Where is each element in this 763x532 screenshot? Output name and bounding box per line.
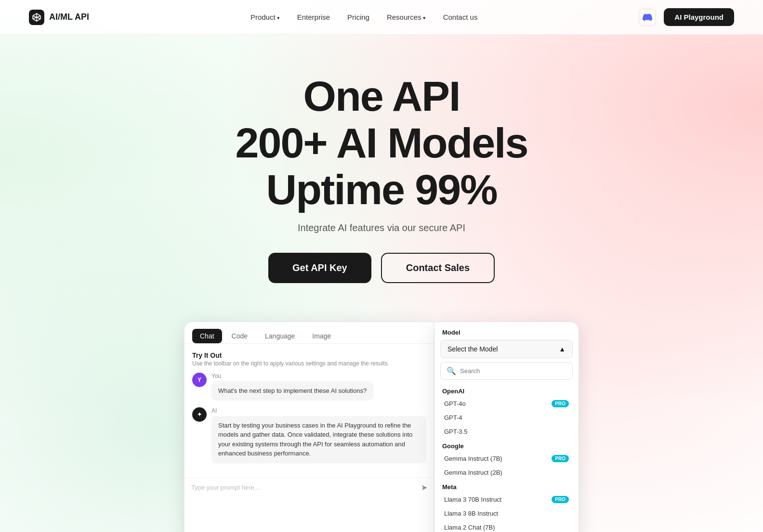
hero-line3: Uptime 99% <box>266 166 497 213</box>
contact-sales-button[interactable]: Contact Sales <box>381 253 495 283</box>
nav-item-product[interactable]: Product <box>250 13 280 22</box>
pro-badge-gemma7b: PRO <box>552 455 569 462</box>
group-google: Google <box>440 439 573 452</box>
user-message: Y You What's the next step to implement … <box>192 373 426 401</box>
chat-body: Try It Out Use the toolbar on the right … <box>184 344 434 478</box>
model-list: OpenAI GPT-4o PRO GPT-4 GPT-3.5 Google G… <box>434 384 579 532</box>
tab-image[interactable]: Image <box>304 329 339 343</box>
try-it-out-desc: Use the toolbar on the right to apply va… <box>192 360 426 367</box>
nav-right: AI Playground <box>639 8 734 26</box>
chat-widget: Chat Code Language Image Try It Out Use … <box>184 322 434 532</box>
chat-input-placeholder: Type your prompt here... <box>191 484 260 491</box>
model-name-gpt4o: GPT-4o <box>444 400 466 407</box>
user-message-content: You What's the next step to implement th… <box>211 373 373 401</box>
hero-subtitle: Integrate AI features via our secure API <box>10 222 753 234</box>
logo[interactable]: AI/ML API <box>29 10 89 25</box>
model-gemma7b[interactable]: Gemma Instruct (7B) PRO <box>440 452 573 466</box>
hero-heading: One API 200+ AI Models Uptime 99% <box>10 73 753 213</box>
ai-message-text: Start by testing your business cases in … <box>211 416 426 463</box>
tab-chat[interactable]: Chat <box>192 329 222 343</box>
model-search-input[interactable] <box>460 367 566 375</box>
model-gemma2b[interactable]: Gemma Instruct (2B) <box>440 466 573 480</box>
model-llama3-8b[interactable]: Llama 3 8B Instruct <box>440 506 573 520</box>
navbar: AI/ML API Product Enterprise Pricing Res… <box>0 0 763 35</box>
model-name-gemma7b: Gemma Instruct (7B) <box>444 455 502 462</box>
user-avatar: Y <box>192 373 207 387</box>
chevron-up-icon: ▲ <box>559 345 566 353</box>
model-name-llama2-7b: Llama 2 Chat (7B) <box>444 524 495 531</box>
logo-icon <box>29 10 44 25</box>
tab-language[interactable]: Language <box>257 329 303 343</box>
nav-item-enterprise[interactable]: Enterprise <box>297 13 330 22</box>
try-it-out: Try It Out Use the toolbar on the right … <box>192 351 426 367</box>
group-openai: OpenAI <box>440 384 573 397</box>
chat-tabs: Chat Code Language Image <box>184 322 434 344</box>
send-icon[interactable]: ➤ <box>421 483 427 492</box>
nav-item-contact[interactable]: Contact us <box>443 13 478 22</box>
ai-message-content: AI Start by testing your business cases … <box>211 407 426 463</box>
model-gpt4o[interactable]: GPT-4o PRO <box>440 397 573 411</box>
model-select-placeholder: Select the Model <box>447 345 498 353</box>
logo-text: AI/ML API <box>49 12 89 22</box>
try-it-out-title: Try It Out <box>192 351 426 359</box>
model-name-gpt4: GPT-4 <box>444 414 462 421</box>
hero-buttons: Get API Key Contact Sales <box>10 253 753 283</box>
model-label: Model <box>434 322 579 340</box>
pro-badge-gpt4o: PRO <box>552 400 569 407</box>
group-meta: Meta <box>440 480 573 493</box>
model-gpt4[interactable]: GPT-4 <box>440 411 573 425</box>
ai-message: ✦ AI Start by testing your business case… <box>192 407 426 463</box>
nav-item-pricing[interactable]: Pricing <box>347 13 369 22</box>
demo-section: Chat Code Language Image Try It Out Use … <box>0 312 763 532</box>
nav-item-resources[interactable]: Resources <box>387 13 426 22</box>
model-select-header[interactable]: Select the Model ▲ <box>440 340 573 358</box>
hero-line2: 200+ AI Models <box>236 119 528 167</box>
ai-avatar: ✦ <box>192 407 207 422</box>
ai-label: AI <box>211 407 426 414</box>
search-icon: 🔍 <box>447 366 456 376</box>
hero-section: One API 200+ AI Models Uptime 99% Integr… <box>0 35 763 312</box>
pro-badge-llama3-70b: PRO <box>552 496 569 503</box>
model-panel: Model Select the Model ▲ 🔍 OpenAI GPT-4o… <box>434 322 579 532</box>
model-name-gemma2b: Gemma Instruct (2B) <box>444 469 502 476</box>
get-api-key-button[interactable]: Get API Key <box>268 253 371 283</box>
ai-playground-button[interactable]: AI Playground <box>664 8 734 26</box>
model-name-gpt35: GPT-3.5 <box>444 428 467 435</box>
user-label: You <box>211 373 373 379</box>
user-message-text: What's the next step to implement these … <box>211 381 373 401</box>
nav-links: Product Enterprise Pricing Resources Con… <box>250 13 477 22</box>
model-gpt35[interactable]: GPT-3.5 <box>440 425 573 439</box>
model-search-container: 🔍 <box>440 362 573 380</box>
model-name-llama3-8b: Llama 3 8B Instruct <box>444 510 498 517</box>
model-llama3-70b[interactable]: Llama 3 70B Instruct PRO <box>440 493 573 506</box>
hero-line1: One API <box>303 72 460 120</box>
model-name-llama3-70b: Llama 3 70B Instruct <box>444 496 501 503</box>
chat-input-area: Type your prompt here... ➤ <box>184 478 434 497</box>
discord-button[interactable] <box>639 9 656 26</box>
model-llama2-7b[interactable]: Llama 2 Chat (7B) <box>440 520 573 532</box>
tab-code[interactable]: Code <box>224 329 255 343</box>
